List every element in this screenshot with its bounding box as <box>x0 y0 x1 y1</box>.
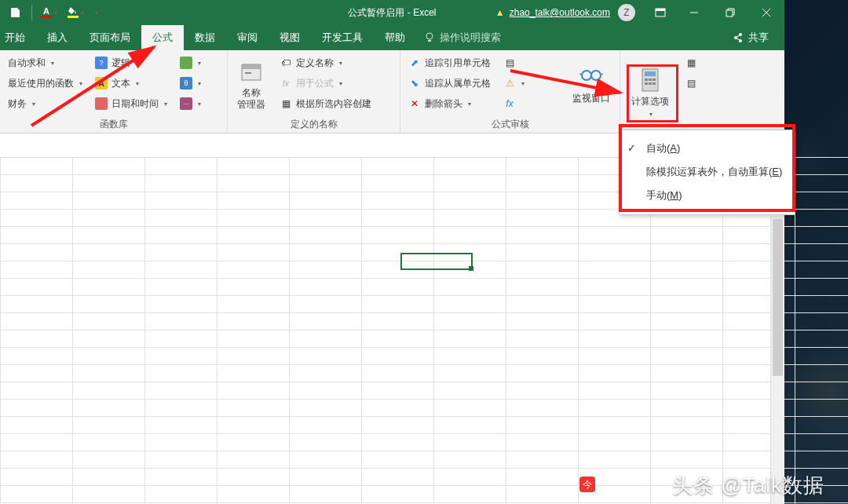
calc-sheet-icon: ▤ <box>685 77 697 89</box>
trace-precedents-icon: ⬈ <box>408 57 421 69</box>
ribbon-display-options-button[interactable] <box>645 0 676 25</box>
svg-rect-3 <box>726 10 733 16</box>
autosum-button[interactable]: 自动求和▾ <box>5 53 86 72</box>
calculate-now-button[interactable]: ▦ <box>682 53 780 72</box>
math-trig-button[interactable]: θ▾ <box>177 74 222 93</box>
vertical-scrollbar[interactable] <box>770 216 784 504</box>
svg-point-12 <box>591 71 601 80</box>
share-button[interactable]: 共享 <box>733 25 769 50</box>
error-checking-button[interactable]: ⚠▾ <box>500 74 561 93</box>
close-button[interactable] <box>748 0 784 25</box>
qat-customize-button[interactable]: ▾ <box>90 2 101 24</box>
date-time-button[interactable]: 日期和时间▾ <box>92 94 170 113</box>
group-calculation: 计算选项 ▾ ▦ ▤ <box>620 50 784 133</box>
watermark-text: 头条 @Talk数据 <box>672 472 824 499</box>
text-button[interactable]: A 文本▾ <box>92 74 170 93</box>
name-manager-icon <box>239 60 264 85</box>
svg-rect-9 <box>242 64 261 69</box>
remove-arrows-icon: ✕ <box>408 97 421 110</box>
minimize-button[interactable] <box>676 0 712 25</box>
calculation-options-menu: ✓ 自动(A) 除模拟运算表外，自动重算(E) 手动(M) <box>619 130 795 215</box>
menu-item-except-tables[interactable]: 除模拟运算表外，自动重算(E) <box>620 160 795 184</box>
warning-icon: ▲ <box>495 7 505 18</box>
math-icon: θ <box>180 77 192 89</box>
tab-insert[interactable]: 插入 <box>36 25 79 50</box>
title-bar: A ▾ ▾ ▾ 公式暂停启用 - Excel ▲ zhao_talk@outl <box>0 0 784 25</box>
menu-item-manual[interactable]: 手动(M) <box>620 184 795 207</box>
svg-rect-20 <box>652 82 656 85</box>
show-formulas-button[interactable]: ▤ <box>500 53 561 72</box>
tab-formulas[interactable]: 公式 <box>141 25 184 50</box>
menu-item-automatic[interactable]: ✓ 自动(A) <box>620 137 795 160</box>
restore-icon <box>726 8 735 17</box>
name-manager-button[interactable]: 名称管理器 <box>232 53 270 116</box>
tab-start[interactable]: 开始 <box>0 25 36 50</box>
account-email[interactable]: zhao_talk@outlook.com <box>510 7 610 18</box>
calc-now-icon: ▦ <box>685 57 697 69</box>
svg-rect-10 <box>245 72 251 74</box>
window-title: 公式暂停启用 - Excel <box>348 6 436 20</box>
group-label: 定义的名称 <box>232 116 395 131</box>
trace-precedents-button[interactable]: ⬈ 追踪引用单元格 <box>405 53 494 72</box>
tab-data[interactable]: 数据 <box>184 25 226 50</box>
financial-button[interactable]: 财务▾ <box>5 94 86 113</box>
save-button[interactable] <box>3 2 27 24</box>
avatar[interactable]: Z <box>618 4 635 21</box>
chevron-down-icon: ▾ <box>649 111 652 118</box>
calculate-sheet-button[interactable]: ▤ <box>682 74 780 93</box>
create-from-selection-button[interactable]: ▦ 根据所选内容创建 <box>276 94 395 113</box>
trace-dependents-button[interactable]: ⬊ 追踪从属单元格 <box>405 74 494 93</box>
scrollbar-thumb[interactable] <box>773 219 783 376</box>
fill-color-button[interactable]: ▾ <box>64 2 87 24</box>
calculation-options-button[interactable]: 计算选项 ▾ <box>625 53 675 131</box>
svg-point-11 <box>582 71 591 80</box>
lookup-ref-button[interactable]: ▾ <box>177 53 222 72</box>
remove-arrows-button[interactable]: ✕ 删除箭头▾ <box>405 94 494 113</box>
calculator-icon <box>638 68 663 93</box>
define-name-button[interactable]: 🏷 定义名称▾ <box>276 53 395 72</box>
formula-icon: ▤ <box>503 57 516 69</box>
minimize-icon <box>689 8 699 17</box>
restore-button[interactable] <box>712 0 748 25</box>
tab-page-layout[interactable]: 页面布局 <box>79 25 141 50</box>
tag-icon: 🏷 <box>280 57 292 69</box>
group-defined-names: 名称管理器 🏷 定义名称▾ fx 用于公式▾ ▦ 根据所选内容创建 <box>228 50 400 133</box>
fill-color-icon <box>67 7 79 18</box>
logical-button[interactable]: ? 逻辑▾ <box>92 53 170 72</box>
ribbon-body: 自动求和▾ 最近使用的函数▾ 财务▾ ? 逻辑▾ A <box>0 50 784 133</box>
font-color-icon: A <box>40 7 53 18</box>
tab-review[interactable]: 审阅 <box>226 25 269 50</box>
trace-dependents-icon: ⬊ <box>408 77 421 89</box>
selection-icon: ▦ <box>280 97 292 110</box>
svg-rect-18 <box>645 82 648 85</box>
watch-window-button[interactable]: 监视窗口 <box>568 53 615 116</box>
more-functions-button[interactable]: ⋯▾ <box>177 94 222 113</box>
lightbulb-icon <box>424 32 435 43</box>
use-in-formula-button[interactable]: fx 用于公式▾ <box>276 74 395 93</box>
tell-me-search[interactable]: 操作说明搜索 <box>424 25 501 50</box>
qat-separator <box>31 5 32 20</box>
ribbon-tabs: 开始 插入 页面布局 公式 数据 审阅 视图 开发工具 帮助 操作说明搜索 共享 <box>0 25 784 50</box>
tab-help[interactable]: 帮助 <box>374 25 416 50</box>
toutiao-logo-icon: 今 <box>579 477 595 492</box>
chevron-down-icon: ▾ <box>81 9 84 16</box>
tab-developer[interactable]: 开发工具 <box>311 25 374 50</box>
recently-used-button[interactable]: 最近使用的函数▾ <box>5 74 86 93</box>
logical-icon: ? <box>95 57 108 69</box>
check-icon: ✓ <box>627 141 636 155</box>
svg-rect-19 <box>649 82 652 85</box>
group-label: 函数库 <box>5 116 222 131</box>
excel-window: A ▾ ▾ ▾ 公式暂停启用 - Excel ▲ zhao_talk@outl <box>0 0 784 504</box>
group-label: 公式审核 <box>405 116 615 131</box>
watch-window-icon <box>579 64 604 89</box>
font-color-button[interactable]: A ▾ <box>37 2 60 24</box>
fx-icon: fx <box>280 77 292 89</box>
active-cell-indicator <box>400 253 473 270</box>
evaluate-formula-button[interactable]: fx <box>500 94 561 113</box>
save-icon <box>9 7 20 18</box>
more-icon: ⋯ <box>180 97 192 110</box>
svg-rect-15 <box>645 79 648 81</box>
svg-point-4 <box>426 33 433 39</box>
tab-view[interactable]: 视图 <box>269 25 311 50</box>
close-icon <box>762 8 771 17</box>
